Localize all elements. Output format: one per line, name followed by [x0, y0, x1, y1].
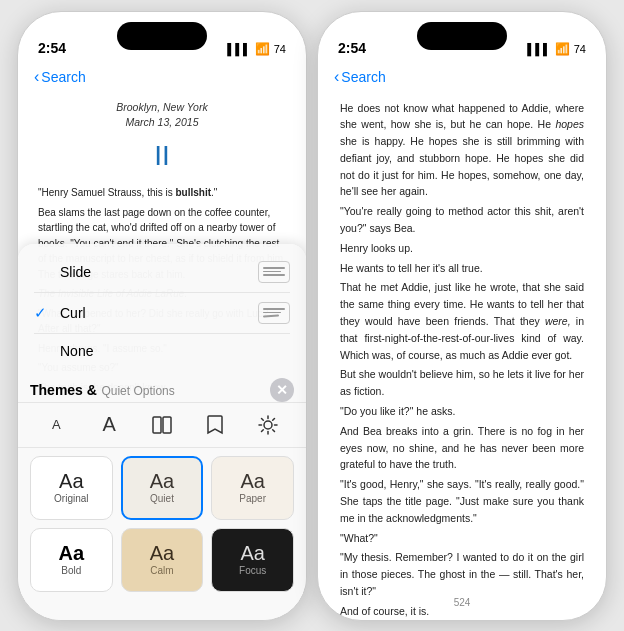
- themes-title: Themes & Quiet Options: [30, 381, 175, 399]
- nav-bar-left: ‹ Search: [18, 62, 306, 92]
- slide-label: Slide: [60, 264, 91, 280]
- slide-option-curl[interactable]: ✓ Curl: [34, 293, 290, 334]
- brightness-button[interactable]: [250, 409, 286, 441]
- theme-focus[interactable]: Aa Focus: [211, 528, 294, 592]
- svg-rect-1: [163, 417, 171, 433]
- right-para-4: He wants to tell her it's all true.: [340, 260, 584, 277]
- curl-icon-lines: [261, 306, 287, 319]
- bookmark-button[interactable]: [197, 409, 233, 441]
- back-icon-right: ‹: [334, 68, 339, 86]
- checkmark-curl: ✓: [34, 304, 52, 322]
- svg-line-10: [261, 429, 263, 431]
- status-icons-right: ▌▌▌ 📶 74: [527, 42, 586, 56]
- toolbar-row: A A: [18, 402, 306, 448]
- page-number: 524: [318, 597, 606, 608]
- none-label: None: [60, 343, 93, 359]
- right-para-8: And Bea breaks into a grin. There is no …: [340, 423, 584, 473]
- svg-rect-0: [153, 417, 161, 433]
- left-phone: 2:54 ▌▌▌ 📶 74 ‹ Search Brooklyn, New Yor…: [17, 11, 307, 621]
- curl-label: Curl: [60, 305, 86, 321]
- status-icons-left: ▌▌▌ 📶 74: [227, 42, 286, 56]
- svg-line-9: [272, 418, 274, 420]
- wifi-icon-right: 📶: [555, 42, 570, 56]
- book-subtitle: Brooklyn, New York: [38, 100, 286, 116]
- svg-line-7: [261, 418, 263, 420]
- themes-label: Themes &: [30, 382, 97, 398]
- right-phone-content: ‹ Search He does not know what happened …: [318, 62, 606, 620]
- theme-paper[interactable]: Aa Paper: [211, 456, 294, 520]
- battery-left: 74: [274, 43, 286, 55]
- theme-paper-aa: Aa: [240, 471, 264, 491]
- slide-option-none[interactable]: None: [34, 334, 290, 368]
- dynamic-island-left: [117, 22, 207, 50]
- svg-line-8: [272, 429, 274, 431]
- font-smaller-button[interactable]: A: [38, 409, 74, 441]
- right-book-content: He does not know what happened to Addie,…: [318, 92, 606, 620]
- right-para-9: "It's good, Henry," she says. "It's real…: [340, 476, 584, 526]
- theme-calm[interactable]: Aa Calm: [121, 528, 204, 592]
- right-para-5: That he met Addie, just like he wrote, t…: [340, 279, 584, 363]
- layout-icon: [152, 416, 172, 434]
- signal-icon-left: ▌▌▌: [227, 43, 250, 55]
- theme-paper-label: Paper: [239, 493, 266, 504]
- theme-calm-label: Calm: [150, 565, 173, 576]
- back-button-left[interactable]: ‹ Search: [34, 68, 86, 86]
- curl-icon-box: [258, 302, 290, 324]
- svg-point-2: [264, 421, 272, 429]
- book-para-1: "Henry Samuel Strauss, this is bullshit.…: [38, 185, 286, 201]
- back-label-left: Search: [41, 69, 85, 85]
- right-phone: 2:54 ▌▌▌ 📶 74 ‹ Search He does not know …: [317, 11, 607, 621]
- slide-option-slide[interactable]: Slide: [34, 252, 290, 293]
- themes-grid: Aa Original Aa Quiet Aa Paper Aa Bold: [18, 448, 306, 600]
- theme-bold-aa: Aa: [59, 543, 85, 563]
- nav-bar-right: ‹ Search: [318, 62, 606, 92]
- theme-original-label: Original: [54, 493, 88, 504]
- slide-icon-box: [258, 261, 290, 283]
- theme-original-aa: Aa: [59, 471, 83, 491]
- signal-icon-right: ▌▌▌: [527, 43, 550, 55]
- right-para-1: He does not know what happened to Addie,…: [340, 100, 584, 201]
- right-para-3: Henry looks up.: [340, 240, 584, 257]
- slide-options: Slide ✓ Curl: [18, 244, 306, 374]
- bookmark-icon: [207, 415, 223, 435]
- dynamic-island-right: [417, 22, 507, 50]
- theme-quiet-aa: Aa: [150, 471, 174, 491]
- wifi-icon-left: 📶: [255, 42, 270, 56]
- slide-icon-lines: [261, 265, 287, 278]
- close-button[interactable]: ✕: [270, 378, 294, 402]
- font-small-label: A: [52, 417, 61, 432]
- back-button-right[interactable]: ‹ Search: [334, 68, 386, 86]
- time-right: 2:54: [338, 40, 366, 56]
- layout-button[interactable]: [144, 409, 180, 441]
- back-icon-left: ‹: [34, 68, 39, 86]
- book-date: March 13, 2015: [38, 115, 286, 131]
- time-left: 2:54: [38, 40, 66, 56]
- theme-calm-aa: Aa: [150, 543, 174, 563]
- themes-header-row: Themes & Quiet Options ✕: [18, 374, 306, 402]
- font-large-label: A: [103, 413, 116, 436]
- font-larger-button[interactable]: A: [91, 409, 127, 441]
- theme-focus-aa: Aa: [240, 543, 264, 563]
- right-para-7: "Do you like it?" he asks.: [340, 403, 584, 420]
- theme-quiet[interactable]: Aa Quiet: [121, 456, 204, 520]
- right-para-2: "You're really going to method actor thi…: [340, 203, 584, 237]
- right-para-11: "My thesis. Remember? I wanted to do it …: [340, 549, 584, 599]
- book-header: Brooklyn, New York March 13, 2015 II: [38, 100, 286, 178]
- theme-bold[interactable]: Aa Bold: [30, 528, 113, 592]
- theme-quiet-label: Quiet: [150, 493, 174, 504]
- battery-right: 74: [574, 43, 586, 55]
- bottom-panel: Slide ✓ Curl: [18, 244, 306, 620]
- theme-original[interactable]: Aa Original: [30, 456, 113, 520]
- right-para-6: But she wouldn't believe him, so he lets…: [340, 366, 584, 400]
- theme-focus-label: Focus: [239, 565, 266, 576]
- right-para-10: "What?": [340, 530, 584, 547]
- brightness-icon: [258, 415, 278, 435]
- back-label-right: Search: [341, 69, 385, 85]
- book-roman: II: [38, 135, 286, 177]
- left-phone-content: ‹ Search Brooklyn, New York March 13, 20…: [18, 62, 306, 620]
- themes-sublabel: Quiet Options: [101, 384, 174, 398]
- theme-bold-label: Bold: [61, 565, 81, 576]
